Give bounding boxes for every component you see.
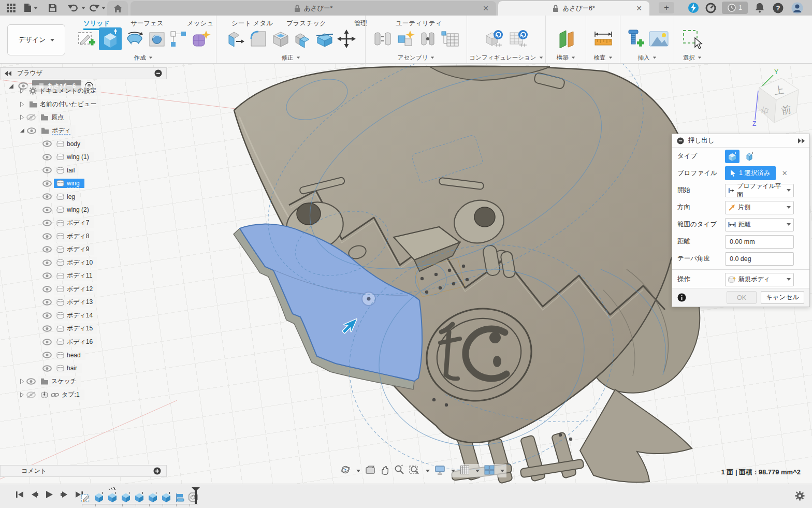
visibility-on-icon[interactable] bbox=[27, 127, 36, 134]
document-tab-1[interactable]: あさぴー* ✕ bbox=[130, 1, 496, 16]
move-icon[interactable] bbox=[337, 30, 356, 48]
browser-item--[interactable]: ドキュメントの設定 bbox=[0, 84, 171, 98]
extrude-type-solid-icon[interactable] bbox=[725, 150, 740, 163]
visibility-on-icon[interactable] bbox=[42, 325, 52, 332]
browser-item-tail[interactable]: tail bbox=[0, 164, 171, 177]
tab-1-close-icon[interactable]: ✕ bbox=[483, 5, 489, 12]
grid-snap-caret[interactable] bbox=[475, 470, 480, 472]
visibility-on-icon[interactable] bbox=[42, 299, 52, 306]
configuration-table-icon[interactable] bbox=[508, 28, 529, 49]
browser-item-head[interactable]: head bbox=[0, 349, 171, 362]
browser-header[interactable]: ブラウザ bbox=[0, 67, 167, 79]
browser-item--[interactable]: 原点 bbox=[0, 111, 171, 124]
grid-snap-icon[interactable] bbox=[460, 465, 470, 477]
timeline-item-extrude-4[interactable] bbox=[134, 490, 144, 503]
expand-arrow-icon[interactable] bbox=[20, 88, 24, 94]
play-icon[interactable] bbox=[46, 490, 53, 499]
insert-fastener-icon[interactable] bbox=[625, 28, 645, 50]
visibility-on-icon[interactable] bbox=[42, 365, 52, 372]
browser-item-wing[interactable]: wing bbox=[0, 177, 171, 191]
pattern-icon[interactable] bbox=[169, 30, 187, 48]
expand-arrow-icon[interactable] bbox=[20, 114, 24, 120]
browser-item--[interactable]: ボディ bbox=[0, 124, 171, 138]
browser-item--7[interactable]: ボディ7 bbox=[0, 216, 171, 230]
visibility-on-icon[interactable] bbox=[26, 378, 36, 385]
info-icon[interactable] bbox=[677, 293, 686, 302]
timeline-item-sketch-0[interactable] bbox=[80, 490, 91, 503]
visibility-off-icon[interactable] bbox=[26, 114, 36, 121]
visibility-on-icon[interactable] bbox=[42, 352, 52, 358]
collapse-panel-icon[interactable] bbox=[5, 71, 12, 76]
parts-table-icon[interactable] bbox=[440, 30, 459, 48]
timeline-settings-gear-icon[interactable] bbox=[795, 491, 805, 501]
display-settings-icon[interactable] bbox=[434, 465, 445, 477]
viewports-icon[interactable] bbox=[484, 465, 495, 477]
viewcube[interactable]: Y Z 上 前 右 bbox=[742, 68, 809, 130]
browser-item--[interactable]: 名前の付いたビュー bbox=[0, 98, 171, 111]
visibility-on-icon[interactable] bbox=[42, 339, 52, 345]
timeline-item-extrude-1[interactable] bbox=[94, 490, 104, 503]
extrude-type-thin-icon[interactable] bbox=[743, 150, 757, 163]
expand-arrow-icon[interactable] bbox=[20, 101, 24, 107]
comments-panel[interactable]: コメント bbox=[0, 465, 167, 477]
group-construct-label[interactable]: 構築 bbox=[557, 54, 575, 62]
file-menu-icon[interactable] bbox=[24, 2, 38, 13]
browser-item--11[interactable]: ボディ11 bbox=[0, 269, 171, 283]
ok-button[interactable]: OK bbox=[727, 291, 757, 304]
direction-select[interactable]: 片側 bbox=[725, 201, 794, 214]
create-sketch-icon[interactable] bbox=[76, 28, 96, 49]
tab-2-close-icon[interactable]: ✕ bbox=[636, 5, 642, 12]
browser-item--12[interactable]: ボディ12 bbox=[0, 283, 171, 296]
taper-angle-input[interactable]: 0.0 deg bbox=[725, 252, 794, 266]
revolve-icon[interactable] bbox=[124, 28, 145, 49]
extrude-icon[interactable] bbox=[99, 27, 122, 50]
zoom-icon[interactable] bbox=[394, 465, 404, 477]
group-assemble-label[interactable]: アセンブリ bbox=[398, 54, 435, 62]
fillet-icon[interactable] bbox=[248, 28, 269, 49]
visibility-off-icon[interactable] bbox=[26, 391, 36, 398]
group-select-label[interactable]: 選択 bbox=[683, 54, 702, 62]
visibility-on-icon[interactable] bbox=[42, 272, 52, 279]
group-modify-label[interactable]: 修正 bbox=[282, 54, 300, 62]
timeline-item-extrude-2[interactable] bbox=[107, 490, 118, 503]
display-settings-caret[interactable] bbox=[451, 470, 455, 472]
browser-item--14[interactable]: ボディ14 bbox=[0, 309, 171, 323]
browser-item--1[interactable]: タブ:1 bbox=[0, 388, 171, 402]
browser-item--[interactable]: スケッチ bbox=[0, 375, 171, 388]
visibility-on-icon[interactable] bbox=[42, 140, 52, 147]
distance-input[interactable]: 0.00 mm bbox=[725, 235, 794, 249]
visibility-on-icon[interactable] bbox=[42, 154, 52, 161]
comments-expand-icon[interactable] bbox=[153, 467, 161, 475]
save-icon[interactable] bbox=[48, 2, 57, 13]
group-inspect-label[interactable]: 検査 bbox=[594, 54, 613, 62]
home-button[interactable] bbox=[107, 1, 128, 16]
timeline-item-extrude-3[interactable] bbox=[121, 490, 131, 503]
user-avatar[interactable] bbox=[791, 2, 803, 13]
redo-icon[interactable] bbox=[88, 2, 106, 13]
browser-item-hair[interactable]: hair bbox=[0, 362, 171, 375]
go-to-start-icon[interactable] bbox=[16, 490, 24, 499]
orbit-icon[interactable] bbox=[340, 465, 351, 477]
timeline-item-extrude-6[interactable] bbox=[161, 490, 171, 503]
browser-item--16[interactable]: ボディ16 bbox=[0, 336, 171, 349]
create-form-icon[interactable] bbox=[190, 28, 211, 49]
visibility-on-icon[interactable] bbox=[42, 312, 52, 319]
group-configuration-label[interactable]: コンフィギュレーション bbox=[469, 54, 543, 62]
pan-icon[interactable] bbox=[380, 465, 389, 477]
press-pull-icon[interactable] bbox=[226, 29, 245, 49]
dialog-collapse-icon[interactable] bbox=[677, 137, 684, 144]
visibility-on-icon[interactable] bbox=[42, 167, 52, 173]
visibility-on-icon[interactable] bbox=[42, 207, 52, 213]
job-status-icon[interactable] bbox=[705, 2, 716, 13]
profile-clear-icon[interactable]: ✕ bbox=[782, 169, 788, 177]
measure-icon[interactable] bbox=[593, 29, 614, 49]
orbit-caret[interactable] bbox=[356, 470, 360, 472]
browser-item--15[interactable]: ボディ15 bbox=[0, 322, 171, 336]
joint-icon[interactable] bbox=[373, 30, 393, 48]
visibility-on-icon[interactable] bbox=[42, 180, 52, 187]
browser-item--10[interactable]: ボディ10 bbox=[0, 256, 171, 270]
shell-icon[interactable] bbox=[271, 30, 290, 48]
visibility-on-icon[interactable] bbox=[42, 233, 52, 240]
browser-item-body[interactable]: body bbox=[0, 137, 171, 151]
browser-minimize-icon[interactable] bbox=[154, 69, 162, 77]
